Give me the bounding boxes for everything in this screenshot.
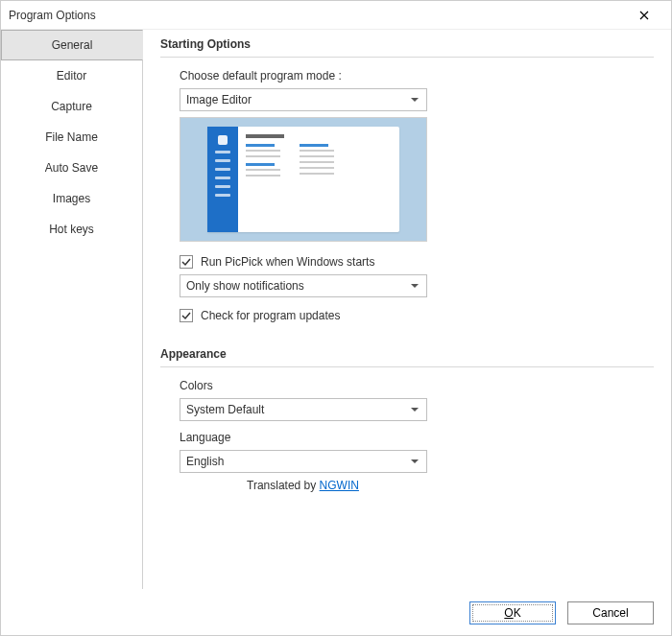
sidebar-tab-hotkeys[interactable]: Hot keys	[1, 214, 142, 245]
sidebar-tab-label: Hot keys	[49, 223, 94, 236]
start-behavior-select[interactable]: Only show notifications	[180, 274, 427, 297]
check-updates-label: Check for program updates	[201, 309, 340, 322]
sidebar-tab-general[interactable]: General	[1, 30, 143, 60]
sidebar-tab-label: Auto Save	[45, 161, 98, 175]
run-on-start-checkbox[interactable]	[180, 255, 193, 269]
colors-select[interactable]: System Default	[180, 398, 427, 421]
start-behavior-row: Only show notifications	[160, 274, 654, 297]
translated-by-row: Translated by NGWIN	[180, 479, 654, 492]
colors-row: Colors System Default	[160, 379, 654, 421]
window-title: Program Options	[9, 9, 625, 22]
language-row: Language English Translated by NGWIN	[160, 431, 654, 492]
mode-preview-image	[180, 117, 427, 242]
check-updates-row: Check for program updates	[160, 309, 654, 322]
sidebar-tab-images[interactable]: Images	[1, 183, 142, 214]
cancel-label: Cancel	[592, 606, 628, 620]
sidebar-tab-label: Images	[53, 192, 90, 205]
ok-button[interactable]: OK	[469, 601, 556, 624]
default-mode-value: Image Editor	[186, 93, 252, 106]
sidebar: General Editor Capture File Name Auto Sa…	[1, 30, 143, 589]
run-on-start-row: Run PicPick when Windows starts	[160, 255, 654, 269]
colors-value: System Default	[186, 403, 264, 416]
check-updates-checkbox[interactable]	[180, 309, 193, 322]
titlebar: Program Options	[1, 1, 671, 30]
default-mode-row: Choose default program mode : Image Edit…	[160, 69, 654, 242]
start-behavior-value: Only show notifications	[186, 279, 304, 293]
checkmark-icon	[181, 257, 191, 267]
main-panel: Starting Options Choose default program …	[143, 30, 671, 589]
default-mode-select[interactable]: Image Editor	[180, 88, 427, 111]
default-mode-label: Choose default program mode :	[180, 69, 654, 82]
language-label: Language	[180, 431, 654, 444]
footer: OK Cancel	[1, 589, 671, 635]
run-on-start-label: Run PicPick when Windows starts	[201, 255, 374, 269]
sidebar-tab-label: Editor	[57, 69, 86, 82]
sidebar-tab-label: File Name	[45, 130, 98, 144]
language-select[interactable]: English	[180, 450, 427, 473]
sidebar-tab-editor[interactable]: Editor	[1, 60, 142, 91]
checkmark-icon	[181, 311, 191, 320]
translated-by-label: Translated by	[247, 479, 316, 492]
language-value: English	[186, 455, 224, 468]
cancel-button[interactable]: Cancel	[567, 601, 654, 624]
close-button[interactable]	[625, 2, 663, 29]
colors-label: Colors	[180, 379, 654, 392]
section-starting-heading: Starting Options	[160, 30, 654, 58]
section-appearance-heading: Appearance	[160, 340, 654, 367]
translator-link[interactable]: NGWIN	[320, 479, 359, 492]
sidebar-tab-label: Capture	[51, 100, 92, 113]
sidebar-tab-capture[interactable]: Capture	[1, 91, 142, 122]
sidebar-tab-filename[interactable]: File Name	[1, 122, 142, 153]
sidebar-tab-autosave[interactable]: Auto Save	[1, 153, 142, 183]
close-icon	[639, 11, 649, 20]
options-window: Program Options General Editor Capture F…	[0, 0, 672, 636]
content-area: General Editor Capture File Name Auto Sa…	[1, 30, 671, 589]
sidebar-tab-label: General	[52, 38, 93, 52]
